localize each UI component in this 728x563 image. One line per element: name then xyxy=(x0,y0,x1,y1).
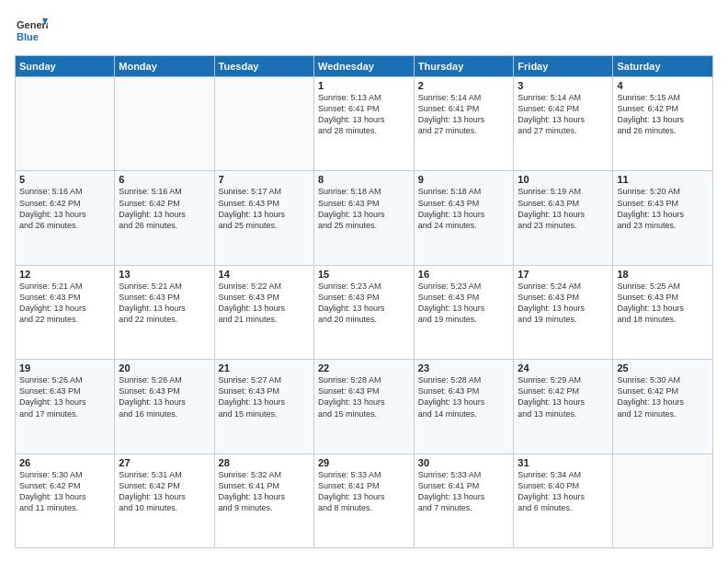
weekday-header-sunday: Sunday xyxy=(16,56,115,77)
day-info: Sunrise: 5:31 AMSunset: 6:42 PMDaylight:… xyxy=(119,469,210,514)
calendar-cell: 4Sunrise: 5:15 AMSunset: 6:42 PMDaylight… xyxy=(613,77,713,171)
calendar-cell: 20Sunrise: 5:26 AMSunset: 6:43 PMDayligh… xyxy=(115,360,214,454)
day-number: 7 xyxy=(219,174,310,185)
calendar-week-1: 5Sunrise: 5:16 AMSunset: 6:42 PMDaylight… xyxy=(16,171,713,265)
day-number: 19 xyxy=(19,362,110,373)
calendar-cell: 3Sunrise: 5:14 AMSunset: 6:42 PMDaylight… xyxy=(514,77,613,171)
calendar-cell: 24Sunrise: 5:29 AMSunset: 6:42 PMDayligh… xyxy=(514,360,613,454)
calendar-cell xyxy=(613,454,713,547)
calendar-week-2: 12Sunrise: 5:21 AMSunset: 6:43 PMDayligh… xyxy=(16,265,713,359)
day-number: 12 xyxy=(19,269,110,280)
day-info: Sunrise: 5:18 AMSunset: 6:43 PMDaylight:… xyxy=(318,186,410,231)
calendar-cell: 21Sunrise: 5:27 AMSunset: 6:43 PMDayligh… xyxy=(214,360,313,454)
day-info: Sunrise: 5:26 AMSunset: 6:43 PMDaylight:… xyxy=(19,374,110,419)
day-info: Sunrise: 5:24 AMSunset: 6:43 PMDaylight:… xyxy=(518,281,609,326)
day-info: Sunrise: 5:16 AMSunset: 6:42 PMDaylight:… xyxy=(19,186,110,231)
calendar-cell: 12Sunrise: 5:21 AMSunset: 6:43 PMDayligh… xyxy=(16,265,115,359)
day-number: 24 xyxy=(518,362,609,373)
day-info: Sunrise: 5:28 AMSunset: 6:43 PMDaylight:… xyxy=(418,374,510,419)
day-info: Sunrise: 5:34 AMSunset: 6:40 PMDaylight:… xyxy=(518,469,609,514)
weekday-header-tuesday: Tuesday xyxy=(214,56,313,77)
weekday-header-friday: Friday xyxy=(514,56,613,77)
calendar-cell xyxy=(115,77,214,171)
day-info: Sunrise: 5:14 AMSunset: 6:42 PMDaylight:… xyxy=(518,92,609,137)
day-info: Sunrise: 5:28 AMSunset: 6:43 PMDaylight:… xyxy=(318,374,410,419)
day-info: Sunrise: 5:17 AMSunset: 6:43 PMDaylight:… xyxy=(219,186,310,231)
day-number: 3 xyxy=(518,80,609,91)
day-number: 29 xyxy=(318,457,410,468)
svg-text:General: General xyxy=(17,19,48,30)
calendar-cell: 7Sunrise: 5:17 AMSunset: 6:43 PMDaylight… xyxy=(214,171,313,265)
header-area: General Blue xyxy=(15,15,713,48)
calendar-cell: 1Sunrise: 5:13 AMSunset: 6:41 PMDaylight… xyxy=(313,77,414,171)
day-info: Sunrise: 5:15 AMSunset: 6:42 PMDaylight:… xyxy=(617,92,709,137)
day-info: Sunrise: 5:21 AMSunset: 6:43 PMDaylight:… xyxy=(119,281,210,326)
logo: General Blue xyxy=(15,15,48,48)
day-number: 11 xyxy=(617,174,709,185)
calendar-cell: 8Sunrise: 5:18 AMSunset: 6:43 PMDaylight… xyxy=(313,171,414,265)
day-number: 2 xyxy=(418,80,510,91)
day-number: 28 xyxy=(219,457,310,468)
day-info: Sunrise: 5:32 AMSunset: 6:41 PMDaylight:… xyxy=(219,469,310,514)
day-number: 26 xyxy=(19,457,110,468)
day-number: 31 xyxy=(518,457,609,468)
calendar-cell: 13Sunrise: 5:21 AMSunset: 6:43 PMDayligh… xyxy=(115,265,214,359)
day-number: 27 xyxy=(119,457,210,468)
day-number: 22 xyxy=(318,362,410,373)
day-info: Sunrise: 5:23 AMSunset: 6:43 PMDaylight:… xyxy=(318,281,410,326)
calendar-cell: 31Sunrise: 5:34 AMSunset: 6:40 PMDayligh… xyxy=(514,454,613,547)
day-number: 14 xyxy=(219,269,310,280)
day-number: 4 xyxy=(617,80,709,91)
calendar-week-3: 19Sunrise: 5:26 AMSunset: 6:43 PMDayligh… xyxy=(16,360,713,454)
calendar-cell: 25Sunrise: 5:30 AMSunset: 6:42 PMDayligh… xyxy=(613,360,713,454)
calendar-cell: 6Sunrise: 5:16 AMSunset: 6:42 PMDaylight… xyxy=(115,171,214,265)
weekday-header-thursday: Thursday xyxy=(414,56,514,77)
calendar-cell: 9Sunrise: 5:18 AMSunset: 6:43 PMDaylight… xyxy=(414,171,514,265)
calendar-header-row: SundayMondayTuesdayWednesdayThursdayFrid… xyxy=(16,56,713,77)
calendar-cell xyxy=(214,77,313,171)
day-number: 21 xyxy=(219,362,310,373)
calendar-cell: 17Sunrise: 5:24 AMSunset: 6:43 PMDayligh… xyxy=(514,265,613,359)
day-info: Sunrise: 5:27 AMSunset: 6:43 PMDaylight:… xyxy=(219,374,310,419)
calendar-cell: 15Sunrise: 5:23 AMSunset: 6:43 PMDayligh… xyxy=(313,265,414,359)
calendar-cell: 5Sunrise: 5:16 AMSunset: 6:42 PMDaylight… xyxy=(16,171,115,265)
calendar-cell xyxy=(16,77,115,171)
calendar-cell: 23Sunrise: 5:28 AMSunset: 6:43 PMDayligh… xyxy=(414,360,514,454)
day-info: Sunrise: 5:26 AMSunset: 6:43 PMDaylight:… xyxy=(119,374,210,419)
day-info: Sunrise: 5:29 AMSunset: 6:42 PMDaylight:… xyxy=(518,374,609,419)
day-number: 15 xyxy=(318,269,410,280)
day-number: 25 xyxy=(617,362,709,373)
calendar-cell: 28Sunrise: 5:32 AMSunset: 6:41 PMDayligh… xyxy=(214,454,313,547)
day-info: Sunrise: 5:13 AMSunset: 6:41 PMDaylight:… xyxy=(318,92,410,137)
day-info: Sunrise: 5:23 AMSunset: 6:43 PMDaylight:… xyxy=(418,281,510,326)
day-number: 1 xyxy=(318,80,410,91)
calendar-week-4: 26Sunrise: 5:30 AMSunset: 6:42 PMDayligh… xyxy=(16,454,713,547)
calendar-cell: 29Sunrise: 5:33 AMSunset: 6:41 PMDayligh… xyxy=(313,454,414,547)
logo-svg: General Blue xyxy=(15,15,48,48)
svg-text:Blue: Blue xyxy=(17,31,39,42)
day-number: 30 xyxy=(418,457,510,468)
day-number: 18 xyxy=(617,269,709,280)
day-info: Sunrise: 5:16 AMSunset: 6:42 PMDaylight:… xyxy=(119,186,210,231)
calendar-table: SundayMondayTuesdayWednesdayThursdayFrid… xyxy=(15,55,713,548)
weekday-header-monday: Monday xyxy=(115,56,214,77)
day-info: Sunrise: 5:30 AMSunset: 6:42 PMDaylight:… xyxy=(617,374,709,419)
day-number: 10 xyxy=(518,174,609,185)
day-info: Sunrise: 5:30 AMSunset: 6:42 PMDaylight:… xyxy=(19,469,110,514)
calendar-cell: 18Sunrise: 5:25 AMSunset: 6:43 PMDayligh… xyxy=(613,265,713,359)
calendar-cell: 27Sunrise: 5:31 AMSunset: 6:42 PMDayligh… xyxy=(115,454,214,547)
weekday-header-saturday: Saturday xyxy=(613,56,713,77)
day-info: Sunrise: 5:14 AMSunset: 6:41 PMDaylight:… xyxy=(418,92,510,137)
day-number: 17 xyxy=(518,269,609,280)
day-info: Sunrise: 5:33 AMSunset: 6:41 PMDaylight:… xyxy=(318,469,410,514)
day-number: 13 xyxy=(119,269,210,280)
day-info: Sunrise: 5:19 AMSunset: 6:43 PMDaylight:… xyxy=(518,186,609,231)
weekday-header-wednesday: Wednesday xyxy=(313,56,414,77)
calendar-cell: 16Sunrise: 5:23 AMSunset: 6:43 PMDayligh… xyxy=(414,265,514,359)
day-info: Sunrise: 5:33 AMSunset: 6:41 PMDaylight:… xyxy=(418,469,510,514)
day-number: 6 xyxy=(119,174,210,185)
calendar-cell: 14Sunrise: 5:22 AMSunset: 6:43 PMDayligh… xyxy=(214,265,313,359)
day-number: 5 xyxy=(19,174,110,185)
day-info: Sunrise: 5:21 AMSunset: 6:43 PMDaylight:… xyxy=(19,281,110,326)
calendar-cell: 26Sunrise: 5:30 AMSunset: 6:42 PMDayligh… xyxy=(16,454,115,547)
